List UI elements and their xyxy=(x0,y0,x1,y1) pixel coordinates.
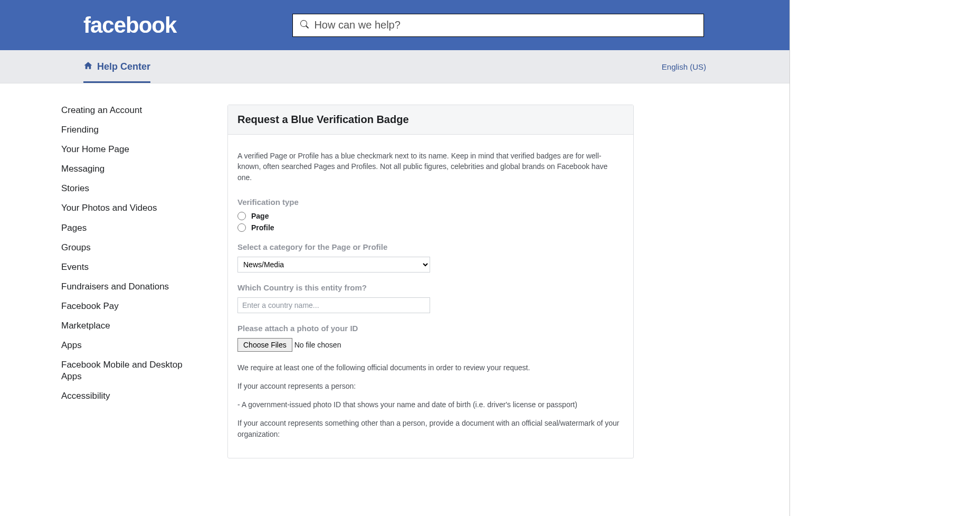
country-input[interactable] xyxy=(237,297,430,313)
search-input[interactable] xyxy=(314,19,696,31)
sidebar-item-messaging[interactable]: Messaging xyxy=(61,163,196,175)
facebook-logo[interactable]: facebook xyxy=(83,13,176,38)
sidebar-item-creating-account[interactable]: Creating an Account xyxy=(61,105,196,116)
top-header: facebook xyxy=(0,0,789,50)
nav-bar: Help Center English (US) xyxy=(0,50,789,83)
sidebar-item-groups[interactable]: Groups xyxy=(61,242,196,254)
search-icon xyxy=(300,20,309,31)
radio-profile-label: Profile xyxy=(251,223,274,232)
country-label: Which Country is this entity from? xyxy=(237,283,624,292)
sidebar-item-apps[interactable]: Apps xyxy=(61,340,196,351)
category-label: Select a category for the Page or Profil… xyxy=(237,242,624,251)
sidebar-item-friending[interactable]: Friending xyxy=(61,124,196,136)
photo-id-label: Please attach a photo of your ID xyxy=(237,324,624,333)
main-form-card: Request a Blue Verification Badge A veri… xyxy=(227,105,634,458)
if-other-label: If your account represents something oth… xyxy=(237,418,624,440)
person-doc-text: - A government-issued photo ID that show… xyxy=(237,399,624,410)
choose-files-button[interactable]: Choose Files xyxy=(237,338,292,352)
sidebar-nav: Creating an Account Friending Your Home … xyxy=(61,105,196,458)
sidebar-item-events[interactable]: Events xyxy=(61,261,196,273)
sidebar-item-pages[interactable]: Pages xyxy=(61,222,196,234)
sidebar-item-stories[interactable]: Stories xyxy=(61,183,196,194)
sidebar-item-marketplace[interactable]: Marketplace xyxy=(61,320,196,332)
require-text: We require at least one of the following… xyxy=(237,362,624,373)
if-person-label: If your account represents a person: xyxy=(237,381,624,392)
file-status-text: No file chosen xyxy=(294,341,341,349)
language-selector[interactable]: English (US) xyxy=(662,50,706,83)
verification-type-label: Verification type xyxy=(237,198,624,207)
sidebar-item-mobile-desktop[interactable]: Facebook Mobile and Desktop Apps xyxy=(61,359,196,382)
category-select[interactable]: News/Media xyxy=(237,257,430,273)
search-box[interactable] xyxy=(292,14,704,37)
sidebar-item-photos-videos[interactable]: Your Photos and Videos xyxy=(61,202,196,214)
radio-page-label: Page xyxy=(251,212,269,220)
intro-text: A verified Page or Profile has a blue ch… xyxy=(237,151,624,183)
sidebar-item-accessibility[interactable]: Accessibility xyxy=(61,390,196,402)
sidebar-item-fundraisers[interactable]: Fundraisers and Donations xyxy=(61,281,196,293)
help-center-tab[interactable]: Help Center xyxy=(83,50,150,83)
help-center-label: Help Center xyxy=(97,61,150,72)
sidebar-item-facebook-pay[interactable]: Facebook Pay xyxy=(61,301,196,312)
card-title: Request a Blue Verification Badge xyxy=(228,105,633,135)
home-icon xyxy=(83,61,93,73)
radio-profile[interactable] xyxy=(237,223,246,232)
radio-page[interactable] xyxy=(237,212,246,220)
sidebar-item-home-page[interactable]: Your Home Page xyxy=(61,144,196,155)
